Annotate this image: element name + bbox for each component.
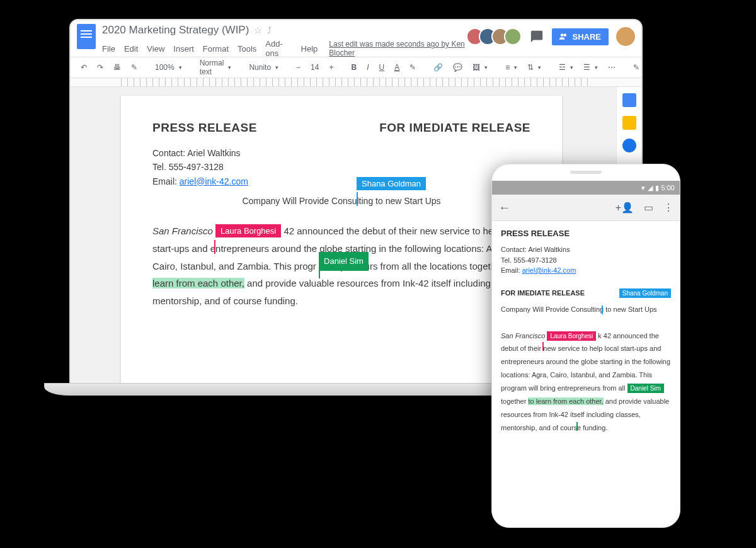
phone-cursor-laura [542,342,544,351]
numbered-list-button[interactable]: ☲ [555,60,577,74]
phone-cursor-daniel [576,422,578,431]
horizontal-ruler[interactable] [71,78,641,87]
menu-tools[interactable]: Tools [238,44,256,54]
phone-body-highlight: to learn from each other, [528,397,603,405]
wifi-icon: ▾ [641,184,645,192]
bold-button[interactable]: B [347,60,360,74]
insert-link-button[interactable]: 🔗 [430,60,447,74]
phone-speaker [570,171,602,174]
keep-icon[interactable] [622,116,636,130]
immediate-release-heading: FOR IMEDIATE RELEASE [379,121,530,135]
collaborator-avatars[interactable] [471,28,522,45]
comment-icon[interactable]: ▭ [644,202,653,214]
highlight-color-button[interactable]: ✎ [406,60,420,74]
phone-contact-tel: Tel. 555-497-3128 [501,255,671,266]
format-toolbar: ↶ ↷ 🖶 ✎ 100% Normal text Nunito − 14 + B… [71,57,641,78]
menu-bar: File Edit View Insert Format Tools Add-o… [102,39,471,58]
paint-format-button[interactable]: ✎ [127,60,141,74]
back-button[interactable]: ← [498,200,511,215]
signal-icon: ◢ [648,184,653,192]
phone-consulting-b: to new Start Ups [604,305,656,313]
body-highlight: learn from each other, [152,278,244,288]
bulleted-list-button[interactable]: ☰ [580,60,602,74]
last-edit-status[interactable]: Last edit was made seconds ago by Ken Bl… [329,40,471,57]
phone-email-label: Email: [501,266,522,274]
calendar-icon[interactable] [622,93,636,107]
share-person-icon[interactable]: +👤 [616,202,634,214]
insert-comment-button[interactable]: 💬 [449,60,466,74]
subtitle-part-b: to new Start Ups [373,196,440,206]
phone-status-bar: ▾ ◢ ▮ 5:00 [492,181,680,195]
phone-device: ▾ ◢ ▮ 5:00 ← +👤 ▭ ⋮ PRESS RELEASE Contac… [491,164,680,528]
phone-consulting-a: Company Will Provide Consulting [501,305,604,313]
menu-help[interactable]: Help [301,44,318,54]
share-button[interactable]: SHARE [552,28,609,45]
email-link[interactable]: ariel@ink-42.com [180,176,248,186]
share-label: SHARE [572,32,601,42]
menu-insert[interactable]: Insert [173,44,194,54]
collaborator-cursor-shana [357,192,358,206]
zoom-selector[interactable]: 100% [151,60,186,74]
style-selector[interactable]: Normal text [196,56,236,79]
collaborator-tag-shana: Shana Goldman [357,177,426,190]
overflow-menu-icon[interactable]: ⋮ [663,202,673,214]
menu-file[interactable]: File [102,44,115,54]
comments-button[interactable] [527,26,547,47]
document-title[interactable]: 2020 Marketing Strategy (WIP) [102,24,249,37]
editing-mode-button[interactable]: ✎ [629,60,643,74]
press-release-heading: PRESS RELEASE [152,121,257,135]
phone-tag-shana: Shana Goldman [619,288,671,298]
phone-app-bar: ← +👤 ▭ ⋮ [492,195,680,221]
subtitle-part-a: Company Will Provide Consulting [242,196,373,206]
phone-email-link[interactable]: ariel@ink-42.com [522,266,576,274]
phone-tag-daniel: Daniel Sim [627,384,664,393]
collaborator-tag-daniel: Daniel Sim [319,252,369,271]
docs-header: 2020 Marketing Strategy (WIP) ☆ ⤴ File E… [71,20,641,57]
phone-tag-laura: Laura Borghesi [547,331,596,341]
align-button[interactable]: ≡ [501,60,521,74]
menu-view[interactable]: View [147,44,164,54]
phone-document[interactable]: PRESS RELEASE Contact: Ariel Waltkins Te… [492,221,680,527]
font-selector[interactable]: Nunito [245,60,282,74]
underline-button[interactable]: U [375,60,388,74]
phone-time: 5:00 [662,184,675,191]
redo-button[interactable]: ↷ [93,60,107,74]
font-size-increase[interactable]: + [325,60,337,74]
google-docs-icon[interactable] [77,24,96,49]
menu-addons[interactable]: Add-ons [265,39,292,58]
italic-button[interactable]: I [363,60,372,74]
menu-format[interactable]: Format [203,44,229,54]
undo-button[interactable]: ↶ [77,60,91,74]
insert-image-button[interactable]: 🖼 [469,60,491,74]
profile-avatar[interactable] [616,27,635,46]
phone-subtitle: FOR IMEDIATE RELEASE [501,289,585,297]
body-city: San Francisco [152,225,213,236]
move-folder-icon[interactable]: ⤴ [267,25,272,35]
phone-body-city: San Francisco [501,332,545,340]
phone-cursor-shana [602,305,603,314]
more-button[interactable]: ⋯ [604,60,619,74]
phone-title: PRESS RELEASE [501,229,671,238]
email-label: Email: [152,176,180,186]
avatar[interactable] [504,28,522,45]
text-color-button[interactable]: A [391,60,403,74]
collaborator-cursor-daniel [319,265,320,278]
font-size-decrease[interactable]: − [292,60,304,74]
font-size-input[interactable]: 14 [307,60,323,74]
phone-body-b: together [501,397,528,405]
collaborator-tag-laura: Laura Borghesi [215,224,281,237]
menu-edit[interactable]: Edit [124,44,138,54]
print-button[interactable]: 🖶 [110,60,125,74]
battery-icon: ▮ [655,184,659,192]
contact-tel: Tel. 555-497-3128 [152,160,530,174]
star-icon[interactable]: ☆ [254,25,262,35]
tasks-icon[interactable] [622,139,636,152]
collaborator-cursor-laura [214,240,215,254]
contact-name: Contact: Ariel Waltkins [152,146,530,160]
line-spacing-button[interactable]: ⇅ [524,60,545,74]
phone-contact-name: Contact: Ariel Waltkins [501,244,671,255]
